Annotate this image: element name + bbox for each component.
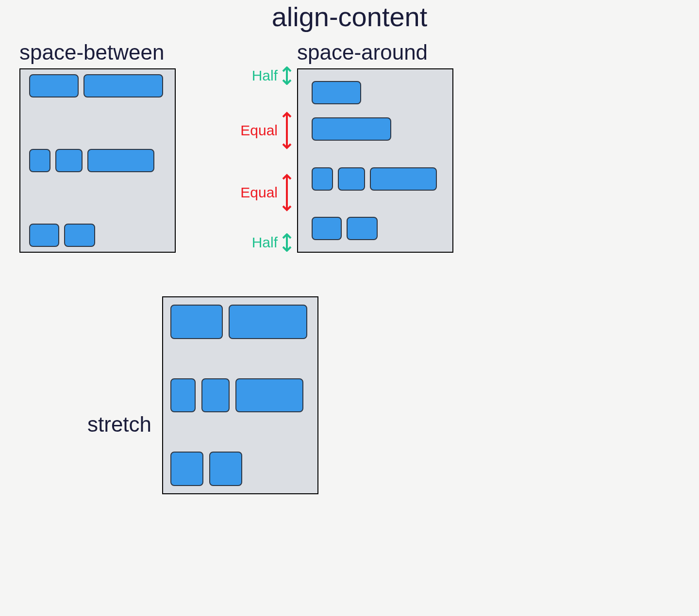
flex-item [312,117,391,141]
annotation-half-bottom: Half [252,233,293,252]
flex-item [64,224,95,247]
flex-item [55,149,83,172]
example-space-between: space-between [19,40,176,253]
space-around-annotations: Half Equal [234,68,297,253]
container-space-around [297,68,453,253]
annotation-text: Equal [240,184,278,201]
container-space-between [19,68,176,253]
double-arrow-icon [281,233,293,252]
annotation-text: Half [252,67,278,84]
flex-item [170,305,223,339]
line-break [170,412,310,419]
annotation-equal-1: Equal [240,111,293,150]
flex-item [370,167,437,191]
examples-row-1: space-between space-around Half [0,40,699,253]
space-around-block: Half Equal [297,68,453,253]
flex-item [312,217,342,240]
flex-item [29,149,50,172]
label-space-between: space-between [19,40,164,65]
container-stretch [162,296,318,494]
label-stretch: stretch [87,412,151,437]
flex-item [338,167,365,191]
flex-item [83,74,163,97]
flex-item [201,378,230,413]
label-space-around: space-around [297,40,428,65]
flex-item [209,452,242,486]
line-break [170,339,310,346]
flex-item [29,74,79,97]
flex-item [235,378,303,413]
page-title: align-content [0,0,699,40]
flex-item [170,452,203,486]
flex-item [347,217,378,240]
double-arrow-icon [281,66,293,85]
double-arrow-icon [281,173,293,212]
flex-item [312,167,333,191]
example-space-around: space-around Half Equal [297,40,453,253]
flex-item [29,224,59,247]
annotation-text: Half [252,234,278,251]
examples-row-2: stretch [0,296,699,494]
annotation-half-top: Half [252,66,293,85]
double-arrow-icon [281,111,293,150]
annotation-text: Equal [240,122,278,139]
diagram-root: align-content space-between space-around [0,0,699,494]
annotation-equal-2: Equal [240,173,293,212]
flex-item [229,305,307,339]
flex-item [170,378,196,413]
flex-item [312,81,361,104]
flex-item [87,149,154,172]
